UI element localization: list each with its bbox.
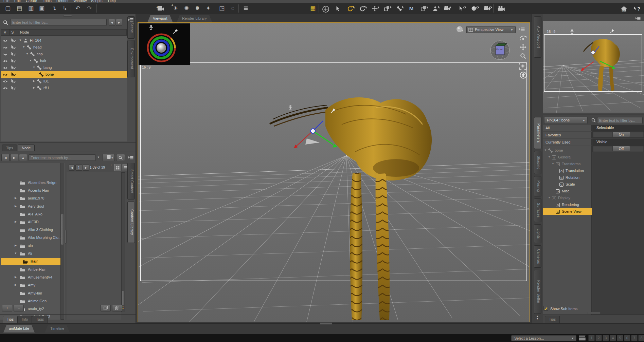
eye-open-icon[interactable] [2, 86, 8, 91]
menu-scripts[interactable]: Scripts [91, 0, 103, 3]
expand-open-icon[interactable]: ▼ [29, 59, 33, 62]
scene-list-icon[interactable] [240, 4, 251, 13]
rotate-tool-icon[interactable] [357, 4, 368, 13]
menu-help[interactable]: Help [108, 0, 116, 3]
frame-selection-icon[interactable] [519, 62, 527, 70]
tab-scroll-down[interactable]: ▼ [536, 318, 539, 320]
pane-resize-handle[interactable] [63, 15, 72, 17]
select-cursor-icon[interactable] [10, 79, 17, 84]
filter-next-button[interactable]: ▶ [116, 19, 122, 26]
expand-closed-icon[interactable]: ▶ [14, 196, 18, 200]
expand-closed-icon[interactable]: ▶ [14, 244, 18, 247]
scene-filter-input[interactable] [10, 19, 107, 26]
camera-selector-dropdown[interactable]: Perspective View ▼ [466, 26, 516, 33]
expand-open-icon[interactable]: ▼ [22, 45, 26, 49]
duplicate-file-button[interactable] [101, 305, 111, 311]
pointer-settings-icon[interactable] [456, 4, 466, 13]
camera-settings-icon[interactable] [482, 4, 492, 13]
polygon-group-editor-tool-icon[interactable]: M [406, 4, 416, 13]
translate-tool-icon[interactable] [370, 4, 380, 13]
eye-closed-icon[interactable] [2, 45, 8, 50]
expand-open-icon[interactable]: ▼ [547, 196, 551, 199]
folder-row[interactable]: ▶AmusementV4 [1, 274, 60, 281]
eye-closed-icon[interactable] [2, 52, 8, 57]
expand-open-icon[interactable]: ▼ [25, 52, 29, 55]
viewport-layout-icon[interactable]: ▦ [308, 4, 318, 13]
folder-row[interactable]: ▶AIE3D [1, 219, 60, 226]
bottom-pane-handle[interactable] [320, 322, 332, 325]
group-favorites[interactable]: Favorites [543, 132, 592, 139]
tab-animate-lite[interactable]: aniMate Lite [3, 325, 35, 332]
pane-menu-icon[interactable] [635, 16, 641, 21]
visible-toggle-button[interactable]: Off [612, 146, 630, 151]
spinner-minus[interactable]: − [110, 167, 112, 170]
side-tab-content-library[interactable]: Content Library [127, 202, 135, 243]
camera-selection-tool-icon[interactable] [442, 4, 452, 13]
nav-up-button[interactable]: ▲ [19, 154, 27, 161]
scene-tree-row[interactable]: ▶ lB1 [1, 78, 127, 85]
select-cursor-icon[interactable] [10, 38, 17, 43]
tab-tags[interactable]: Tags [32, 316, 48, 323]
scale-tool-icon[interactable] [382, 4, 392, 13]
scene-tree-row-selected[interactable]: bone [1, 71, 127, 78]
scene-tree-row[interactable]: ▼ cap [1, 51, 127, 58]
folder-row[interactable]: Aiko Morphing Clo... [1, 234, 60, 241]
select-cursor-icon[interactable] [10, 86, 17, 91]
scrollbar-thumb[interactable] [122, 291, 124, 305]
page-prev-button[interactable]: ◀ [69, 165, 75, 171]
new-linear-point-light-icon[interactable]: ✹ [192, 4, 202, 13]
param-node-translation[interactable]: GTranslation [543, 168, 592, 174]
expand-open-icon[interactable]: ▼ [543, 149, 548, 152]
side-tab-environment[interactable]: Environment [127, 40, 135, 77]
node-selector-dropdown[interactable]: Hr-164 : bone ▼ [544, 117, 588, 124]
folder-row[interactable]: AmberHair [1, 266, 60, 273]
lesson-button-7[interactable]: 7 [631, 335, 638, 341]
draw-style-icon[interactable]: ▼ [456, 25, 463, 33]
pan-orbit-tool-icon[interactable] [321, 4, 331, 13]
tab-scroll-up[interactable]: ▲ [536, 315, 539, 317]
page-number-input[interactable] [75, 165, 82, 171]
tab-tips[interactable]: Tips [2, 145, 17, 151]
expand-closed-icon[interactable]: ▶ [32, 79, 36, 82]
expand-open-icon[interactable]: ▼ [32, 66, 36, 69]
search-go-button[interactable] [116, 154, 125, 161]
side-tab-lights[interactable]: Lights [534, 224, 541, 243]
whats-this-help-icon[interactable]: ? [631, 4, 641, 13]
menu-tools[interactable]: Tools [43, 0, 52, 3]
pane-menu-icon[interactable] [128, 18, 134, 22]
orbit-camera-icon[interactable] [520, 35, 527, 42]
redo-icon[interactable]: ↷ [84, 4, 94, 13]
select-cursor-icon[interactable] [10, 58, 17, 64]
lesson-button-5[interactable]: 5 [617, 335, 623, 341]
node-selection-tool-icon[interactable] [333, 4, 343, 13]
lesson-button-8[interactable]: 8 [638, 335, 644, 341]
export-file-icon[interactable]: ↳ [60, 4, 70, 13]
folder-row[interactable]: ▶aio [1, 243, 60, 249]
pan-camera-icon[interactable] [520, 44, 526, 51]
new-file-icon[interactable]: ▢ [3, 4, 13, 13]
page-next-button[interactable]: ▶ [83, 165, 89, 171]
remove-content-button[interactable]: − [14, 305, 24, 311]
tab-tips[interactable]: Tips [545, 316, 560, 323]
expand-closed-icon[interactable]: ▶ [32, 86, 36, 89]
col-visibility[interactable]: V [4, 30, 6, 34]
expand-closed-icon[interactable]: ▶ [14, 205, 18, 208]
active-rotate-tool-icon[interactable] [345, 4, 355, 13]
nav-forward-button[interactable]: ▶ [10, 154, 18, 161]
search-dropdown-icon[interactable]: ▼ [97, 156, 100, 159]
select-cursor-icon[interactable] [10, 52, 17, 57]
tab-timeline[interactable]: Timeline [45, 325, 70, 332]
rotation-rings-gizmo[interactable] [139, 23, 190, 65]
pane-resize-handle[interactable] [587, 312, 601, 314]
thumbnail-scrollbar[interactable]: ▲ ▼ [121, 172, 125, 312]
expand-closed-icon[interactable]: ▶ [14, 276, 18, 279]
tab-scroll-arrows[interactable]: ▲▼ [534, 315, 541, 320]
nav-back-button[interactable]: ◀ [1, 154, 10, 161]
pane-menu-icon[interactable] [128, 155, 134, 160]
side-tab-render-settings[interactable]: Render Settin [534, 270, 541, 314]
menu-window[interactable]: Window [73, 0, 87, 3]
folder-row-selected[interactable]: Hair [1, 258, 63, 265]
scene-tree-row[interactable]: ▼ bang [1, 64, 127, 71]
menu-render[interactable]: Render [56, 0, 69, 3]
param-node-display[interactable]: ▼GDisplay [543, 195, 592, 202]
